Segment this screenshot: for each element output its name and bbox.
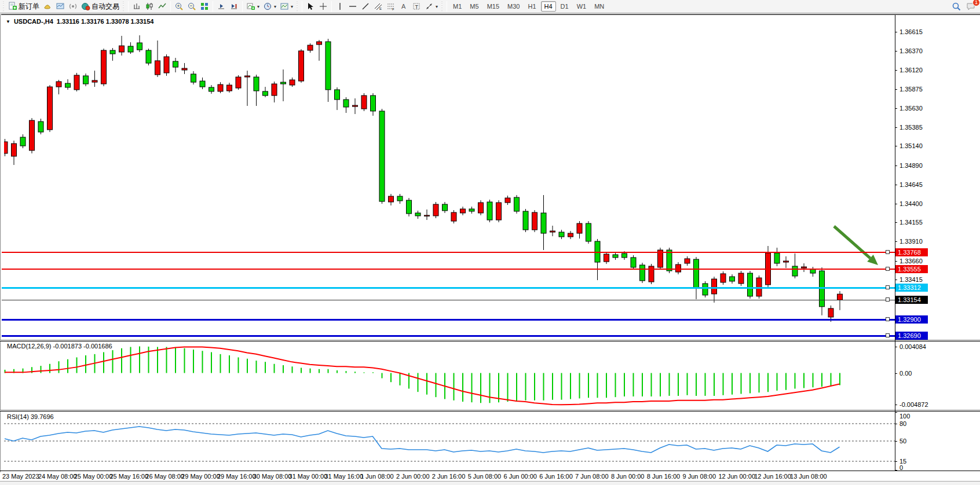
timeframe-button-m30[interactable]: M30 [504, 1, 523, 12]
auto-trading-button[interactable]: 自动交易 [79, 1, 121, 12]
templates-button[interactable]: ▾ [278, 1, 295, 12]
price-axis-label: 1.34155 [899, 219, 923, 226]
candlestick-mode-button[interactable] [143, 1, 156, 12]
price-level-line[interactable] [2, 335, 895, 337]
zoom-in-button[interactable] [173, 1, 185, 12]
candle-body [828, 308, 833, 317]
macd-label: MACD(12,26,9) -0.001873 -0.001686 [7, 343, 112, 350]
templates-icon [280, 2, 289, 11]
trend-arrow-shaft[interactable] [834, 226, 870, 258]
new-order-button[interactable]: 新订单 [6, 1, 41, 12]
crosshair-icon [319, 2, 328, 11]
crosshair-tool-button[interactable] [317, 1, 330, 12]
macd-axis-label: 0.004084 [899, 343, 926, 350]
bar-chart-mode-button[interactable] [130, 1, 143, 12]
price-level-line[interactable] [2, 319, 895, 321]
text-tool-button[interactable]: A [397, 1, 410, 12]
rsi-axis-label: 0 [899, 464, 903, 471]
axis-tick [895, 241, 897, 242]
market-watch-button[interactable] [54, 1, 67, 12]
fibonacci-tool-button[interactable]: F [385, 1, 397, 12]
time-axis-label: 26 May 08:00 [145, 473, 184, 480]
indicators-caret-icon[interactable]: ▾ [257, 4, 259, 9]
price-level-line[interactable] [2, 287, 895, 289]
tile-windows-icon [200, 2, 209, 11]
line-handle[interactable] [886, 297, 890, 302]
timeframe-button-mn[interactable]: MN [591, 1, 608, 12]
timeframe-button-m15[interactable]: M15 [484, 1, 503, 12]
line-handle[interactable] [886, 333, 890, 337]
signals-button[interactable] [67, 1, 79, 12]
price-level-line[interactable] [2, 300, 895, 300]
macd-canvas[interactable] [4, 341, 895, 410]
timeframe-button-m5[interactable]: M5 [466, 1, 482, 12]
cursor-tool-button[interactable] [304, 1, 317, 12]
macd-axis-label: 0.00 [899, 370, 912, 377]
price-badge: 1.33555 [895, 265, 928, 273]
candle-body [128, 46, 133, 52]
arrows-caret-icon[interactable]: ▾ [436, 4, 438, 9]
time-axis-label: 31 May 16:00 [324, 473, 363, 480]
tile-windows-button[interactable] [198, 1, 211, 12]
notifications-chat-icon[interactable]: 1 [966, 2, 977, 12]
candle-body [523, 211, 528, 230]
line-handle[interactable] [886, 285, 890, 289]
price-chart-canvas[interactable] [4, 15, 895, 340]
line-handle[interactable] [886, 317, 890, 321]
line-chart-mode-button[interactable] [156, 1, 169, 12]
time-axis-label: 8 Jun 16:00 [647, 473, 681, 480]
timeframe-button-w1[interactable]: W1 [573, 1, 590, 12]
horizontal-line-tool-button[interactable] [346, 1, 359, 12]
candle-body [361, 95, 367, 109]
auto-trading-label: 自动交易 [92, 2, 119, 12]
rsi-label: RSI(14) 39.7696 [7, 413, 54, 420]
window-bottom-strip [0, 481, 980, 485]
candle-body [155, 61, 160, 75]
time-axis-label: 23 May 2023 [2, 473, 39, 480]
search-icon[interactable] [952, 2, 961, 12]
candle-body [415, 213, 420, 216]
candle-body [379, 111, 385, 201]
timeframe-button-h1[interactable]: H1 [524, 1, 539, 12]
toolbar-grip[interactable] [2, 2, 5, 11]
arrows-tool-button[interactable]: ▾ [423, 1, 440, 12]
line-chart-icon [158, 2, 167, 11]
price-badge: 1.33768 [895, 248, 928, 256]
zoom-out-button[interactable] [185, 1, 198, 12]
auto-scroll-button[interactable] [228, 1, 240, 12]
templates-caret-icon[interactable]: ▾ [291, 4, 293, 9]
timeframe-button-d1[interactable]: D1 [557, 1, 572, 12]
time-axis-label: 12 Jun 16:00 [754, 473, 791, 480]
vertical-line-tool-button[interactable] [334, 1, 346, 12]
channel-tool-button[interactable]: E [372, 1, 385, 12]
candle-body [137, 43, 142, 50]
rsi-axis-label: 80 [899, 420, 906, 427]
candle-body [586, 223, 591, 241]
chart-shift-button[interactable] [215, 1, 228, 12]
candlestick-icon [145, 2, 154, 11]
timeframe-button-h4[interactable]: H4 [541, 1, 556, 12]
candle-body [236, 77, 241, 88]
indicators-button[interactable]: ▾ [244, 1, 261, 12]
time-axis-label: 1 Jun 08:00 [360, 473, 394, 480]
candle-body [4, 142, 8, 153]
line-handle[interactable] [886, 250, 890, 254]
time-axis-label: 25 May 16:00 [109, 473, 148, 480]
axis-tick [895, 108, 897, 109]
timeframe-button-m1[interactable]: M1 [449, 1, 465, 12]
label-tool-button[interactable]: T [410, 1, 423, 12]
trendline-tool-button[interactable] [359, 1, 372, 12]
candle-body [792, 266, 798, 276]
candle-body [667, 250, 672, 271]
strategy-tester-button[interactable] [41, 1, 54, 12]
periods-button[interactable]: ▾ [261, 1, 278, 12]
new-order-icon [8, 2, 17, 11]
price-level-line[interactable] [2, 252, 895, 253]
toolbar-grip-2[interactable] [122, 2, 125, 11]
rsi-canvas[interactable] [4, 411, 895, 471]
toolbar-grip-3[interactable] [296, 2, 299, 11]
line-handle[interactable] [886, 267, 890, 271]
periods-caret-icon[interactable]: ▾ [274, 4, 276, 9]
price-level-line[interactable] [2, 269, 895, 270]
toolbar-grip-4[interactable] [441, 2, 444, 11]
